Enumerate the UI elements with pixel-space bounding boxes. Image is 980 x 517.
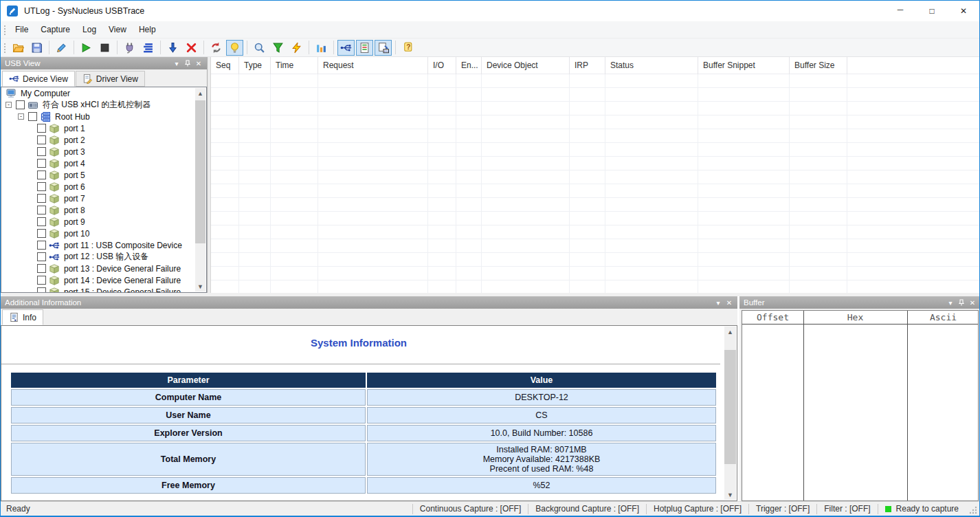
download-arrow-button[interactable]: [164, 40, 181, 56]
tree-checkbox[interactable]: [37, 264, 46, 273]
tree-checkbox[interactable]: [37, 182, 46, 191]
tree-item[interactable]: port 6: [1, 181, 206, 192]
usb-view-close-icon[interactable]: ✕: [193, 58, 204, 68]
column-header-en[interactable]: En...: [456, 57, 482, 74]
tree-checkbox[interactable]: [16, 100, 25, 109]
menu-view[interactable]: View: [102, 21, 133, 38]
column-header-time[interactable]: Time: [271, 57, 318, 74]
tree-item[interactable]: -Root Hub: [1, 111, 206, 122]
usb-view-button[interactable]: [337, 40, 355, 56]
buffer-dropdown-icon[interactable]: ▾: [945, 298, 956, 307]
filter-funnel-button[interactable]: [269, 40, 287, 56]
tree-item[interactable]: port 8: [1, 204, 206, 216]
tree-item[interactable]: port 9: [1, 216, 206, 228]
tree-item[interactable]: port 5: [1, 169, 206, 181]
tree-expander-icon[interactable]: -: [5, 102, 12, 108]
tree-item[interactable]: port 13 : Device General Failure: [1, 263, 206, 274]
svg-text:0101: 0101: [384, 49, 389, 52]
tree-checkbox[interactable]: [37, 206, 46, 214]
log-lines-button[interactable]: [140, 40, 157, 56]
tree-item[interactable]: port 15 : Device General Failure: [1, 286, 206, 293]
scroll-up-icon[interactable]: ▲: [195, 88, 205, 98]
tree-item[interactable]: port 7: [1, 192, 206, 204]
column-header-status[interactable]: Status: [605, 57, 698, 74]
scroll-down-icon[interactable]: ▼: [195, 281, 205, 292]
tree-item[interactable]: port 1: [1, 122, 206, 134]
menubar-grip[interactable]: [3, 24, 6, 35]
additional-info-close-icon[interactable]: ✕: [724, 298, 735, 307]
stop-capture-button[interactable]: [96, 40, 113, 56]
column-header-type[interactable]: Type: [239, 57, 271, 74]
tree-checkbox[interactable]: [37, 124, 46, 133]
open-folder-button[interactable]: [10, 40, 27, 56]
additional-info-dropdown-icon[interactable]: ▾: [713, 298, 724, 307]
tree-item[interactable]: port 14 : Device General Failure: [1, 274, 206, 286]
column-header-i-o[interactable]: I/O: [428, 57, 456, 74]
column-header-device-object[interactable]: Device Object: [482, 57, 570, 74]
tree-checkbox[interactable]: [37, 229, 46, 238]
column-header-buffer-snippet[interactable]: Buffer Snippet: [698, 57, 790, 74]
close-button[interactable]: ✕: [948, 1, 979, 21]
hotplug-button[interactable]: [121, 40, 138, 56]
tree-checkbox[interactable]: [37, 147, 46, 156]
tree-scrollbar[interactable]: ▲ ▼: [195, 88, 205, 292]
menu-file[interactable]: File: [9, 21, 34, 38]
tree-checkbox[interactable]: [37, 135, 46, 144]
buffer-pin-icon[interactable]: [956, 298, 967, 307]
tree-scroll-thumb[interactable]: [195, 100, 205, 243]
trigger-lightning-button[interactable]: [288, 40, 305, 56]
tree-item[interactable]: port 10: [1, 228, 206, 239]
statistics-button[interactable]: [313, 40, 330, 56]
maximize-button[interactable]: □: [916, 1, 948, 21]
tab-driver-view[interactable]: Driver View: [76, 71, 145, 87]
tree-checkbox[interactable]: [37, 287, 46, 293]
column-header-seq[interactable]: Seq: [211, 57, 239, 74]
toolbar-grip[interactable]: [3, 42, 6, 53]
edit-pencil-button[interactable]: [53, 40, 70, 56]
report-view-button[interactable]: [356, 40, 373, 56]
refresh-button[interactable]: [208, 40, 225, 56]
resize-grip[interactable]: [968, 505, 978, 515]
delete-x-button[interactable]: [183, 40, 200, 56]
save-button[interactable]: [28, 40, 45, 56]
tree-checkbox[interactable]: [37, 170, 46, 179]
usb-view-pin-icon[interactable]: [182, 58, 193, 68]
column-header-irp[interactable]: IRP: [570, 57, 605, 74]
grid-line: [605, 74, 605, 293]
scroll-down-icon[interactable]: ▼: [724, 490, 736, 500]
buffer-close-icon[interactable]: ✕: [967, 298, 978, 307]
lightbulb-button[interactable]: [226, 40, 243, 56]
tree-item[interactable]: port 11 : USB Composite Device: [1, 239, 206, 251]
tree-checkbox[interactable]: [28, 112, 37, 121]
binary-view-button[interactable]: 0101: [375, 40, 392, 56]
column-header-buffer-size[interactable]: Buffer Size: [790, 57, 847, 74]
tree-checkbox[interactable]: [37, 241, 46, 250]
menu-help[interactable]: Help: [133, 21, 162, 38]
tab-info[interactable]: Info: [2, 309, 43, 325]
tab-device-view[interactable]: Device View: [2, 71, 75, 87]
minimize-button[interactable]: ─: [884, 1, 916, 21]
menu-capture[interactable]: Capture: [34, 21, 76, 38]
tree-item[interactable]: port 3: [1, 146, 206, 157]
title-bar: UTLog - SysNucleus USBTrace ─ □ ✕: [1, 1, 979, 21]
info-scroll-thumb[interactable]: [724, 350, 736, 464]
search-button[interactable]: [251, 40, 268, 56]
tree-checkbox[interactable]: [37, 217, 46, 226]
usb-view-dropdown-icon[interactable]: ▾: [171, 58, 182, 68]
tree-expander-icon[interactable]: -: [18, 113, 24, 120]
tree-item[interactable]: port 12 : USB 输入设备: [1, 251, 206, 263]
tree-item[interactable]: My Computer: [1, 87, 206, 99]
start-capture-button[interactable]: [78, 40, 95, 56]
tree-checkbox[interactable]: [37, 276, 46, 285]
menu-log[interactable]: Log: [76, 21, 102, 38]
tree-checkbox[interactable]: [37, 194, 46, 203]
tree-item[interactable]: -符合 USB xHCI 的主机控制器: [1, 99, 206, 111]
info-scrollbar[interactable]: ▲ ▼: [724, 327, 736, 500]
tree-item[interactable]: port 2: [1, 134, 206, 146]
help-button[interactable]: ?: [399, 40, 416, 56]
scroll-up-icon[interactable]: ▲: [724, 327, 736, 337]
tree-item[interactable]: port 4: [1, 157, 206, 169]
column-header-request[interactable]: Request: [318, 57, 428, 74]
tree-checkbox[interactable]: [37, 252, 46, 261]
tree-checkbox[interactable]: [37, 159, 46, 168]
